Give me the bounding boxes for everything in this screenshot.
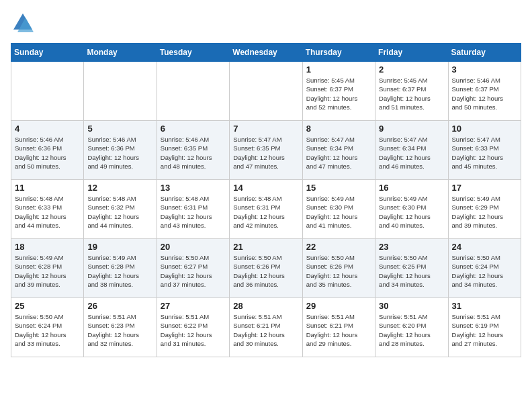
day-number: 25 — [15, 301, 80, 311]
day-number: 23 — [379, 242, 444, 252]
day-info: Sunrise: 5:50 AM Sunset: 6:26 PM Dayligh… — [233, 253, 298, 289]
calendar-cell: 12Sunrise: 5:48 AM Sunset: 6:32 PM Dayli… — [84, 180, 157, 239]
day-info: Sunrise: 5:48 AM Sunset: 6:31 PM Dayligh… — [161, 194, 226, 230]
day-info: Sunrise: 5:50 AM Sunset: 6:24 PM Dayligh… — [452, 253, 517, 289]
day-number: 31 — [452, 301, 517, 311]
day-number: 22 — [306, 242, 371, 252]
day-info: Sunrise: 5:51 AM Sunset: 6:23 PM Dayligh… — [87, 312, 152, 348]
day-number: 5 — [87, 124, 152, 134]
day-number: 20 — [161, 242, 226, 252]
calendar-cell: 4Sunrise: 5:46 AM Sunset: 6:36 PM Daylig… — [11, 121, 84, 180]
day-number: 24 — [452, 242, 517, 252]
calendar-week-row: 1Sunrise: 5:45 AM Sunset: 6:37 PM Daylig… — [11, 62, 521, 121]
calendar-header-row: SundayMondayTuesdayWednesdayThursdayFrid… — [11, 44, 521, 62]
day-number: 11 — [15, 183, 80, 193]
calendar-cell: 15Sunrise: 5:49 AM Sunset: 6:30 PM Dayli… — [302, 180, 375, 239]
day-number: 7 — [233, 124, 298, 134]
calendar-cell: 29Sunrise: 5:51 AM Sunset: 6:21 PM Dayli… — [302, 298, 375, 357]
day-info: Sunrise: 5:48 AM Sunset: 6:32 PM Dayligh… — [87, 194, 152, 230]
calendar-cell: 19Sunrise: 5:49 AM Sunset: 6:28 PM Dayli… — [84, 239, 157, 298]
logo — [11, 11, 38, 35]
calendar-cell: 27Sunrise: 5:51 AM Sunset: 6:22 PM Dayli… — [157, 298, 229, 357]
col-header-thursday: Thursday — [302, 44, 375, 62]
day-number: 10 — [452, 124, 517, 134]
calendar-cell: 14Sunrise: 5:48 AM Sunset: 6:31 PM Dayli… — [230, 180, 302, 239]
calendar-week-row: 18Sunrise: 5:49 AM Sunset: 6:28 PM Dayli… — [11, 239, 521, 298]
day-info: Sunrise: 5:50 AM Sunset: 6:26 PM Dayligh… — [306, 253, 371, 289]
day-number: 29 — [306, 301, 371, 311]
day-info: Sunrise: 5:46 AM Sunset: 6:35 PM Dayligh… — [161, 135, 226, 171]
calendar-cell: 9Sunrise: 5:47 AM Sunset: 6:34 PM Daylig… — [375, 121, 448, 180]
day-info: Sunrise: 5:45 AM Sunset: 6:37 PM Dayligh… — [379, 76, 444, 111]
day-info: Sunrise: 5:51 AM Sunset: 6:21 PM Dayligh… — [306, 312, 371, 348]
calendar-cell: 20Sunrise: 5:50 AM Sunset: 6:27 PM Dayli… — [157, 239, 229, 298]
day-info: Sunrise: 5:47 AM Sunset: 6:34 PM Dayligh… — [379, 135, 444, 171]
calendar-cell: 6Sunrise: 5:46 AM Sunset: 6:35 PM Daylig… — [157, 121, 229, 180]
calendar-cell: 11Sunrise: 5:48 AM Sunset: 6:33 PM Dayli… — [11, 180, 84, 239]
day-number: 18 — [15, 242, 80, 252]
day-number: 30 — [379, 301, 444, 311]
col-header-friday: Friday — [375, 44, 448, 62]
day-info: Sunrise: 5:48 AM Sunset: 6:31 PM Dayligh… — [233, 194, 298, 230]
calendar-cell: 18Sunrise: 5:49 AM Sunset: 6:28 PM Dayli… — [11, 239, 84, 298]
day-number: 27 — [161, 301, 226, 311]
day-number: 6 — [161, 124, 226, 134]
calendar-cell: 3Sunrise: 5:46 AM Sunset: 6:37 PM Daylig… — [448, 62, 521, 121]
calendar-week-row: 4Sunrise: 5:46 AM Sunset: 6:36 PM Daylig… — [11, 121, 521, 180]
day-info: Sunrise: 5:50 AM Sunset: 6:24 PM Dayligh… — [15, 312, 80, 348]
calendar-cell: 10Sunrise: 5:47 AM Sunset: 6:33 PM Dayli… — [448, 121, 521, 180]
calendar-cell: 31Sunrise: 5:51 AM Sunset: 6:19 PM Dayli… — [448, 298, 521, 357]
calendar-cell: 5Sunrise: 5:46 AM Sunset: 6:36 PM Daylig… — [84, 121, 157, 180]
col-header-monday: Monday — [84, 44, 157, 62]
day-number: 1 — [306, 64, 371, 75]
calendar-week-row: 11Sunrise: 5:48 AM Sunset: 6:33 PM Dayli… — [11, 180, 521, 239]
day-info: Sunrise: 5:46 AM Sunset: 6:37 PM Dayligh… — [452, 76, 517, 111]
day-number: 2 — [379, 64, 444, 75]
day-info: Sunrise: 5:46 AM Sunset: 6:36 PM Dayligh… — [87, 135, 152, 171]
calendar-cell: 8Sunrise: 5:47 AM Sunset: 6:34 PM Daylig… — [302, 121, 375, 180]
calendar-cell: 16Sunrise: 5:49 AM Sunset: 6:30 PM Dayli… — [375, 180, 448, 239]
calendar-cell — [11, 62, 84, 121]
day-info: Sunrise: 5:51 AM Sunset: 6:20 PM Dayligh… — [379, 312, 444, 348]
day-number: 16 — [379, 183, 444, 193]
calendar-cell: 21Sunrise: 5:50 AM Sunset: 6:26 PM Dayli… — [230, 239, 302, 298]
calendar-cell: 17Sunrise: 5:49 AM Sunset: 6:29 PM Dayli… — [448, 180, 521, 239]
day-info: Sunrise: 5:49 AM Sunset: 6:29 PM Dayligh… — [452, 194, 517, 230]
day-info: Sunrise: 5:49 AM Sunset: 6:30 PM Dayligh… — [379, 194, 444, 230]
day-info: Sunrise: 5:50 AM Sunset: 6:25 PM Dayligh… — [379, 253, 444, 289]
day-number: 21 — [233, 242, 298, 252]
calendar-cell: 25Sunrise: 5:50 AM Sunset: 6:24 PM Dayli… — [11, 298, 84, 357]
day-number: 15 — [306, 183, 371, 193]
day-number: 8 — [306, 124, 371, 134]
calendar-table: SundayMondayTuesdayWednesdayThursdayFrid… — [11, 43, 521, 357]
col-header-tuesday: Tuesday — [157, 44, 229, 62]
page-header — [11, 11, 521, 35]
day-info: Sunrise: 5:49 AM Sunset: 6:28 PM Dayligh… — [15, 253, 80, 289]
calendar-cell: 28Sunrise: 5:51 AM Sunset: 6:21 PM Dayli… — [230, 298, 302, 357]
day-number: 19 — [87, 242, 152, 252]
calendar-cell: 22Sunrise: 5:50 AM Sunset: 6:26 PM Dayli… — [302, 239, 375, 298]
day-info: Sunrise: 5:50 AM Sunset: 6:27 PM Dayligh… — [161, 253, 226, 289]
day-number: 26 — [87, 301, 152, 311]
day-number: 4 — [15, 124, 80, 134]
day-info: Sunrise: 5:51 AM Sunset: 6:22 PM Dayligh… — [161, 312, 226, 348]
logo-icon — [11, 11, 35, 35]
day-info: Sunrise: 5:49 AM Sunset: 6:30 PM Dayligh… — [306, 194, 371, 230]
day-number: 28 — [233, 301, 298, 311]
day-info: Sunrise: 5:47 AM Sunset: 6:35 PM Dayligh… — [233, 135, 298, 171]
day-info: Sunrise: 5:51 AM Sunset: 6:21 PM Dayligh… — [233, 312, 298, 348]
calendar-cell: 24Sunrise: 5:50 AM Sunset: 6:24 PM Dayli… — [448, 239, 521, 298]
day-number: 3 — [452, 64, 517, 75]
calendar-cell: 13Sunrise: 5:48 AM Sunset: 6:31 PM Dayli… — [157, 180, 229, 239]
calendar-cell — [84, 62, 157, 121]
day-info: Sunrise: 5:47 AM Sunset: 6:34 PM Dayligh… — [306, 135, 371, 171]
col-header-sunday: Sunday — [11, 44, 84, 62]
day-number: 17 — [452, 183, 517, 193]
calendar-cell: 26Sunrise: 5:51 AM Sunset: 6:23 PM Dayli… — [84, 298, 157, 357]
day-number: 12 — [87, 183, 152, 193]
calendar-cell: 30Sunrise: 5:51 AM Sunset: 6:20 PM Dayli… — [375, 298, 448, 357]
calendar-cell: 2Sunrise: 5:45 AM Sunset: 6:37 PM Daylig… — [375, 62, 448, 121]
calendar-cell: 1Sunrise: 5:45 AM Sunset: 6:37 PM Daylig… — [302, 62, 375, 121]
calendar-week-row: 25Sunrise: 5:50 AM Sunset: 6:24 PM Dayli… — [11, 298, 521, 357]
day-info: Sunrise: 5:51 AM Sunset: 6:19 PM Dayligh… — [452, 312, 517, 348]
